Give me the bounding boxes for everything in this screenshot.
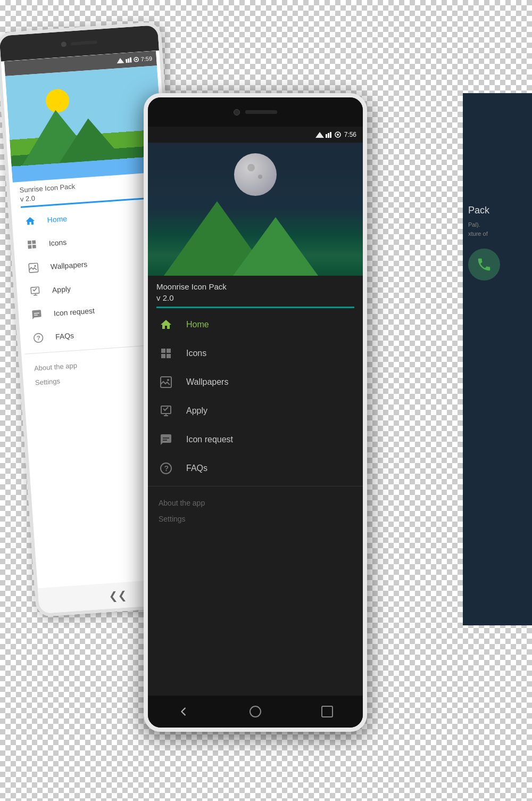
- svg-rect-8: [28, 245, 31, 249]
- footer-links-front: About the app Settings: [148, 490, 363, 532]
- faqs-icon-front: ?: [159, 461, 173, 476]
- nav-label-iconrequest-back: Icon request: [53, 306, 95, 317]
- phone-top-bar-front: [148, 97, 363, 127]
- svg-marker-0: [116, 57, 124, 63]
- peek-line2: xture of: [468, 229, 527, 238]
- phone-peek-right: Pack Pal). xture of: [463, 93, 532, 625]
- icons-icon-back: [25, 237, 39, 251]
- svg-rect-2: [128, 59, 130, 63]
- bottom-nav-front: [148, 696, 363, 728]
- svg-rect-7: [32, 240, 36, 244]
- svg-point-11: [34, 265, 36, 267]
- svg-rect-9: [32, 244, 36, 248]
- svg-rect-17: [328, 133, 329, 138]
- svg-text:?: ?: [164, 464, 169, 473]
- nav-label-home-front: Home: [186, 320, 209, 329]
- phone-front: 7:56 Moonrise Icon Pack v 2.0: [144, 93, 367, 732]
- nav-label-wallpapers-back: Wallpapers: [50, 260, 87, 271]
- status-bar-front: 7:56: [148, 127, 363, 143]
- svg-rect-23: [161, 354, 165, 358]
- nav-label-apply-back: Apply: [52, 284, 71, 294]
- nav-item-home-front[interactable]: Home: [148, 310, 363, 339]
- status-time-back: 7:59: [140, 55, 152, 62]
- apply-icon-back: [28, 284, 42, 298]
- svg-rect-1: [126, 59, 127, 63]
- mountain-right-back: [56, 116, 123, 163]
- svg-text:?: ?: [36, 334, 40, 341]
- iconrequest-icon-front: [159, 432, 173, 447]
- status-time-front: 7:56: [344, 131, 356, 138]
- peek-line1: Pal).: [468, 220, 527, 229]
- camera-back: [61, 42, 66, 47]
- svg-rect-10: [29, 263, 38, 272]
- svg-rect-16: [326, 134, 327, 138]
- speaker-back: [71, 40, 97, 45]
- wallpapers-icon-front: [159, 375, 173, 390]
- svg-marker-15: [315, 132, 324, 138]
- svg-rect-21: [161, 349, 165, 353]
- nav-item-icons-front[interactable]: Icons: [148, 339, 363, 368]
- home-icon-back: [23, 214, 37, 228]
- speaker-front: [245, 110, 277, 114]
- svg-rect-22: [167, 349, 171, 353]
- wallpapers-icon-back: [27, 261, 40, 275]
- home-button-front[interactable]: [247, 704, 263, 720]
- settings-link-front[interactable]: Settings: [159, 511, 352, 527]
- nav-label-apply-front: Apply: [186, 406, 207, 416]
- app-title-text-back: Sunrise Icon Pack v 2.0: [19, 176, 160, 204]
- icons-icon-front: [159, 346, 173, 361]
- faqs-icon-back: ?: [31, 331, 45, 345]
- nav-label-home-back: Home: [47, 214, 67, 224]
- phone-icon-peek: [468, 249, 500, 280]
- app-title-front: Moonrise Icon Pack v 2.0: [148, 276, 363, 307]
- peek-title: Pack: [468, 205, 527, 216]
- back-button-front[interactable]: [176, 704, 192, 720]
- svg-point-26: [167, 379, 169, 381]
- recents-button-front[interactable]: [319, 704, 335, 720]
- nav-item-wallpapers-front[interactable]: Wallpapers: [148, 368, 363, 397]
- svg-rect-24: [167, 354, 171, 358]
- nav-label-faqs-front: FAQs: [186, 464, 207, 473]
- mountain-right-front: [233, 217, 318, 276]
- nav-item-faqs-front[interactable]: ? FAQs: [148, 454, 363, 483]
- nav-divider-front: [148, 486, 363, 486]
- nav-label-icons-back: Icons: [48, 238, 67, 247]
- camera-front: [234, 109, 240, 115]
- header-image-back: [5, 65, 164, 182]
- nav-item-apply-front[interactable]: Apply: [148, 397, 363, 425]
- moon-icon: [234, 153, 277, 196]
- nav-label-wallpapers-front: Wallpapers: [186, 377, 228, 387]
- app-title-text-front: Moonrise Icon Pack v 2.0: [156, 281, 354, 303]
- screen-front: 7:56 Moonrise Icon Pack v 2.0: [148, 127, 363, 696]
- about-link-front[interactable]: About the app: [159, 495, 352, 511]
- nav-label-iconrequest-front: Icon request: [186, 435, 233, 444]
- apply-icon-front: [159, 403, 173, 418]
- header-image-front: [148, 143, 363, 276]
- nav-list-front: Home Icons Wallpapers: [148, 310, 363, 483]
- back-button-back[interactable]: ❮❮: [108, 589, 127, 602]
- iconrequest-icon-back: [30, 308, 44, 321]
- nav-item-iconrequest-front[interactable]: Icon request: [148, 425, 363, 454]
- status-icons-front: [315, 131, 341, 138]
- nav-label-icons-front: Icons: [186, 349, 206, 358]
- svg-rect-3: [129, 57, 131, 63]
- home-icon-front: [159, 317, 173, 332]
- nav-label-faqs-back: FAQs: [55, 331, 74, 341]
- svg-point-20: [337, 134, 339, 136]
- svg-rect-18: [330, 132, 331, 138]
- accent-bar-front: [156, 307, 354, 308]
- svg-rect-6: [28, 241, 31, 244]
- svg-point-5: [135, 59, 137, 60]
- status-icons-back: [116, 57, 139, 64]
